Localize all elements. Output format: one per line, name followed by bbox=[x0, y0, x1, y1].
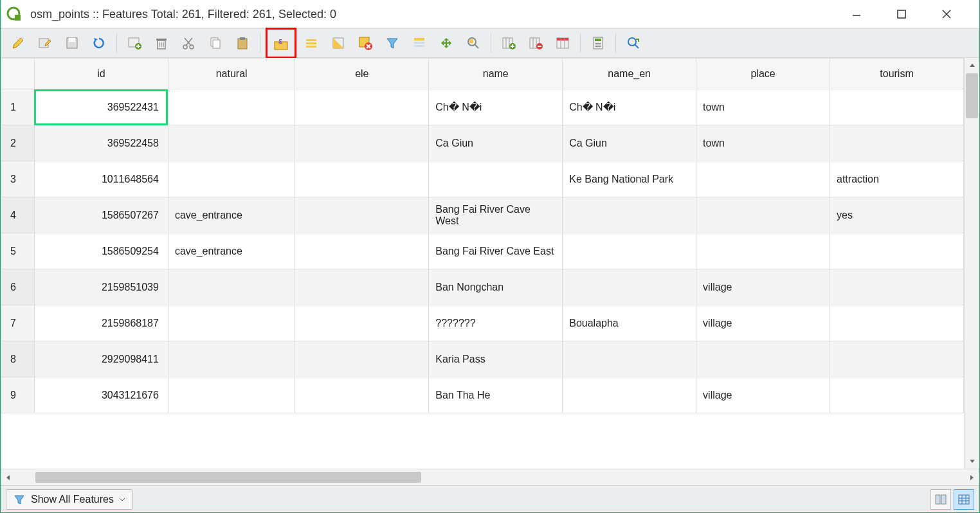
cell-name[interactable]: Ch� N�i bbox=[429, 89, 563, 125]
table-view-button[interactable] bbox=[954, 489, 974, 510]
cell-id[interactable]: 2929098411 bbox=[34, 341, 168, 377]
cell-name-en[interactable] bbox=[563, 269, 696, 305]
select-by-expression-button[interactable]: ε bbox=[269, 31, 293, 55]
cell-ele[interactable] bbox=[295, 89, 429, 125]
col-header-natural[interactable]: natural bbox=[168, 59, 295, 89]
cell-tourism[interactable]: attraction bbox=[830, 161, 964, 197]
show-all-features-button[interactable]: Show All Features bbox=[6, 489, 132, 510]
cell-tourism[interactable] bbox=[830, 89, 964, 125]
cell-id[interactable]: 369522458 bbox=[34, 125, 168, 161]
cell-id[interactable]: 3043121676 bbox=[34, 377, 168, 413]
deselect-all-button[interactable] bbox=[353, 31, 377, 55]
cell-id[interactable]: 1586507267 bbox=[34, 197, 168, 233]
cell-name[interactable]: Ban Tha He bbox=[429, 377, 563, 413]
cell-name[interactable]: Ca Giun bbox=[429, 125, 563, 161]
row-number[interactable]: 9 bbox=[1, 377, 35, 413]
col-header-place[interactable]: place bbox=[696, 59, 830, 89]
toggle-editing-button[interactable] bbox=[6, 31, 30, 55]
col-header-name-en[interactable]: name_en bbox=[563, 59, 696, 89]
cell-natural[interactable] bbox=[168, 341, 295, 377]
field-calculator-button[interactable] bbox=[586, 31, 610, 55]
col-header-id[interactable]: id bbox=[34, 59, 168, 89]
cell-name-en[interactable]: Boualapha bbox=[563, 305, 696, 341]
attribute-table[interactable]: id natural ele name name_en place touris… bbox=[1, 58, 964, 413]
cell-natural[interactable] bbox=[168, 305, 295, 341]
cell-id[interactable]: 1011648564 bbox=[34, 161, 168, 197]
cell-name-en[interactable] bbox=[563, 341, 696, 377]
table-row[interactable]: 93043121676Ban Tha Hevillage bbox=[1, 377, 964, 413]
horizontal-scroll-track[interactable] bbox=[16, 469, 964, 485]
table-row[interactable]: 51586509254cave_entranceBang Fai River C… bbox=[1, 233, 964, 269]
new-field-button[interactable] bbox=[496, 31, 521, 55]
cell-place[interactable] bbox=[696, 161, 830, 197]
dock-button[interactable] bbox=[621, 31, 646, 55]
row-number[interactable]: 6 bbox=[1, 269, 35, 305]
table-row[interactable]: 62159851039Ban Nongchanvillage bbox=[1, 269, 964, 305]
cell-name[interactable]: Bang Fai River Cave West bbox=[429, 197, 563, 233]
cell-tourism[interactable]: yes bbox=[830, 197, 964, 233]
vertical-scrollbar[interactable] bbox=[964, 58, 979, 469]
col-header-tourism[interactable]: tourism bbox=[830, 59, 964, 89]
cell-ele[interactable] bbox=[295, 305, 429, 341]
zoom-to-selected-button[interactable] bbox=[461, 31, 485, 55]
close-button[interactable] bbox=[937, 4, 956, 24]
cell-ele[interactable] bbox=[295, 161, 429, 197]
cell-id[interactable]: 1586509254 bbox=[34, 233, 168, 269]
row-number[interactable]: 7 bbox=[1, 305, 35, 341]
table-row[interactable]: 82929098411Karia Pass bbox=[1, 341, 964, 377]
pan-to-selected-button[interactable] bbox=[434, 31, 458, 55]
table-row[interactable]: 41586507267cave_entranceBang Fai River C… bbox=[1, 197, 964, 233]
cell-name-en[interactable] bbox=[563, 233, 696, 269]
cell-place[interactable]: village bbox=[696, 377, 830, 413]
cell-place[interactable]: village bbox=[696, 305, 830, 341]
add-feature-button[interactable] bbox=[122, 31, 147, 55]
vertical-scroll-track[interactable] bbox=[965, 73, 979, 453]
scroll-right-arrow[interactable] bbox=[964, 469, 979, 485]
cell-name[interactable] bbox=[429, 161, 563, 197]
row-number[interactable]: 5 bbox=[1, 233, 35, 269]
cell-id[interactable]: 2159851039 bbox=[34, 269, 168, 305]
cell-place[interactable]: town bbox=[696, 89, 830, 125]
cell-place[interactable] bbox=[696, 197, 830, 233]
table-row[interactable]: 2369522458Ca GiunCa Giuntown bbox=[1, 125, 964, 161]
minimize-button[interactable] bbox=[847, 4, 866, 24]
col-header-ele[interactable]: ele bbox=[295, 59, 429, 89]
cell-natural[interactable] bbox=[168, 377, 295, 413]
organize-columns-button[interactable] bbox=[550, 31, 575, 55]
row-number[interactable]: 8 bbox=[1, 341, 35, 377]
cell-natural[interactable] bbox=[168, 89, 295, 125]
cell-natural[interactable] bbox=[168, 161, 295, 197]
cell-tourism[interactable] bbox=[830, 341, 964, 377]
cell-name-en[interactable]: Ch� N�i bbox=[563, 89, 696, 125]
cell-name-en[interactable] bbox=[563, 377, 696, 413]
copy-button[interactable] bbox=[203, 31, 228, 55]
cell-natural[interactable]: cave_entrance bbox=[168, 233, 295, 269]
cell-name-en[interactable]: Ke Bang National Park bbox=[563, 161, 696, 197]
cell-name-en[interactable] bbox=[563, 197, 696, 233]
scroll-left-arrow[interactable] bbox=[1, 469, 16, 485]
cell-id[interactable]: 369522431 bbox=[34, 89, 168, 125]
horizontal-scrollbar[interactable] bbox=[1, 469, 979, 485]
horizontal-scroll-thumb[interactable] bbox=[35, 472, 421, 483]
select-all-button[interactable] bbox=[299, 31, 323, 55]
cell-name-en[interactable]: Ca Giun bbox=[563, 125, 696, 161]
form-view-button[interactable] bbox=[930, 489, 951, 510]
cell-place[interactable]: village bbox=[696, 269, 830, 305]
vertical-scroll-thumb[interactable] bbox=[966, 73, 978, 118]
row-number[interactable]: 2 bbox=[1, 125, 35, 161]
row-number[interactable]: 3 bbox=[1, 161, 35, 197]
table-row[interactable]: 72159868187???????Boualaphavillage bbox=[1, 305, 964, 341]
cell-ele[interactable] bbox=[295, 341, 429, 377]
cell-tourism[interactable] bbox=[830, 125, 964, 161]
cell-name[interactable]: Bang Fai River Cave East bbox=[429, 233, 563, 269]
col-header-name[interactable]: name bbox=[429, 59, 563, 89]
invert-selection-button[interactable] bbox=[326, 31, 350, 55]
multi-edit-button[interactable] bbox=[33, 31, 57, 55]
row-header-corner[interactable] bbox=[1, 59, 35, 89]
table-row[interactable]: 31011648564Ke Bang National Parkattracti… bbox=[1, 161, 964, 197]
cell-place[interactable]: town bbox=[696, 125, 830, 161]
cell-ele[interactable] bbox=[295, 233, 429, 269]
cell-id[interactable]: 2159868187 bbox=[34, 305, 168, 341]
cell-ele[interactable] bbox=[295, 269, 429, 305]
delete-field-button[interactable] bbox=[523, 31, 548, 55]
